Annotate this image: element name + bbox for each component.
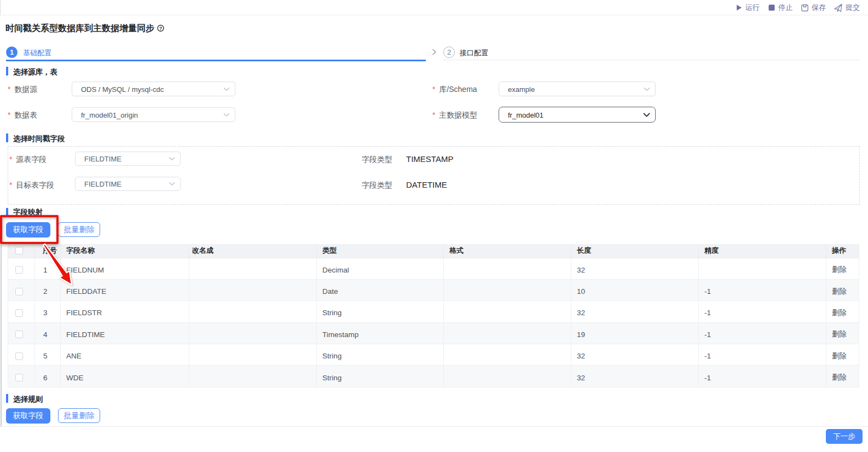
svg-text:?: ? <box>159 26 163 31</box>
